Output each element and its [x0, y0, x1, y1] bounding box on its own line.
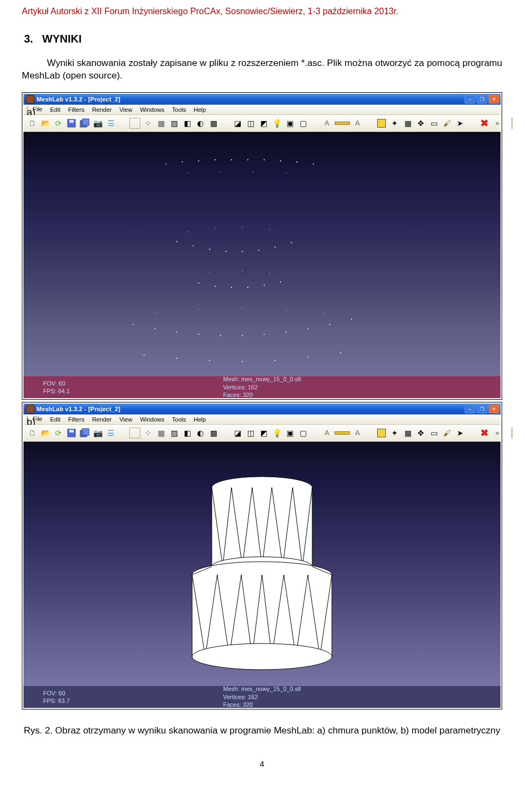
app-icon [26, 405, 34, 413]
arc3d-icon[interactable]: ✦ [389, 118, 400, 129]
menu-tools[interactable]: Tools [172, 106, 186, 113]
menu-render[interactable]: Render [92, 416, 112, 423]
backface-icon[interactable]: ◪ [232, 118, 243, 129]
align-icon[interactable] [376, 118, 387, 129]
backface-icon[interactable]: ◪ [232, 428, 243, 438]
status-fov: FOV: 60 [43, 689, 70, 697]
grid-icon[interactable]: ▦ [402, 428, 413, 438]
page-header: Artykuł Autorski z XII Forum Inżynierski… [22, 7, 502, 16]
search-tool-icon[interactable] [511, 117, 513, 129]
select-face-icon[interactable]: ▣ [284, 118, 295, 129]
minimize-button[interactable]: – [465, 95, 475, 104]
save-icon[interactable] [66, 118, 77, 129]
page-number: 4 [22, 759, 502, 768]
pick-icon[interactable]: ➤ [455, 428, 466, 438]
layers-icon[interactable]: ☰ [105, 428, 116, 438]
select-face-icon[interactable]: ▣ [284, 428, 295, 438]
reload-icon[interactable]: ⟳ [53, 118, 64, 129]
wireframe-icon[interactable]: ▦ [156, 118, 166, 129]
minimize-button[interactable]: – [465, 405, 475, 413]
hiddenlines-icon[interactable]: ▨ [169, 118, 180, 129]
light-icon[interactable]: 💡 [271, 118, 282, 129]
new-project-icon[interactable]: 🗋 [27, 118, 38, 129]
layers-icon[interactable]: ☰ [105, 118, 116, 129]
flat-icon[interactable]: ◧ [182, 118, 193, 129]
new-project-icon[interactable]: 🗋 [27, 428, 38, 438]
fancy-icon[interactable]: ◩ [258, 428, 269, 438]
manip-icon[interactable]: ✥ [415, 118, 426, 129]
close-button[interactable]: ✕ [489, 405, 499, 413]
open-icon[interactable]: 📂 [40, 428, 51, 438]
smooth-icon[interactable]: ◐ [195, 428, 206, 438]
manip-icon[interactable]: ✥ [415, 428, 426, 438]
grid-icon[interactable]: ▦ [402, 118, 413, 129]
svg-rect-3 [82, 119, 89, 125]
save-copy-icon[interactable] [79, 428, 90, 438]
menu-filters[interactable]: Filters [68, 106, 85, 113]
align-icon[interactable] [376, 428, 387, 438]
ref-icon[interactable]: ▭ [428, 118, 439, 129]
more-icon[interactable]: » [492, 428, 503, 438]
status-mesh: Mesh: mes_nowy_15_0_0.stl [223, 375, 301, 383]
measure-icon[interactable] [335, 122, 350, 125]
status-verts: Vertices: 162 [223, 693, 301, 701]
select-vert-icon[interactable]: ▢ [297, 428, 308, 438]
menu-windows[interactable]: Windows [140, 416, 164, 423]
menu-edit[interactable]: Edit [50, 106, 61, 113]
hiddenlines-icon[interactable]: ▨ [169, 428, 180, 438]
more-icon[interactable]: » [492, 118, 503, 129]
texture-icon[interactable]: ▩ [208, 428, 219, 438]
snapshot-icon[interactable]: 📷 [92, 428, 103, 438]
ref-icon[interactable]: ▭ [428, 428, 439, 438]
delete-icon[interactable]: ✖ [479, 428, 490, 438]
points-render-icon[interactable]: ⁘ [142, 428, 153, 438]
pick-icon[interactable]: ➤ [455, 118, 466, 129]
status-faces: Faces: 320 [223, 391, 301, 399]
menu-help[interactable]: Help [194, 106, 206, 113]
paint-icon[interactable]: 🖌 [442, 428, 452, 438]
smooth-icon[interactable]: ◐ [195, 118, 206, 129]
text-b-icon[interactable]: A [352, 118, 363, 129]
viewport-a[interactable] [23, 132, 501, 376]
menu-edit[interactable]: Edit [50, 416, 61, 423]
wireframe-icon[interactable]: ▦ [156, 428, 166, 438]
bbox-icon[interactable] [129, 428, 140, 438]
meshlab-window-b: MeshLab v1.3.2 - [Project_2] – ❐ ✕ File … [23, 404, 501, 708]
maximize-button[interactable]: ❐ [477, 405, 487, 413]
viewport-b[interactable] [23, 442, 501, 686]
fancy-icon[interactable]: ◩ [258, 118, 269, 129]
bbox-icon[interactable] [129, 118, 140, 129]
paint-icon[interactable]: 🖌 [442, 118, 452, 129]
text-a-icon[interactable]: A [321, 428, 332, 438]
menu-view[interactable]: View [120, 106, 133, 113]
double-icon[interactable]: ◫ [245, 428, 256, 438]
reload-icon[interactable]: ⟳ [53, 428, 64, 438]
texture-icon[interactable]: ▩ [208, 118, 219, 129]
search-tool-icon[interactable] [511, 427, 513, 439]
select-vert-icon[interactable]: ▢ [297, 118, 308, 129]
menu-render[interactable]: Render [92, 106, 112, 113]
text-a-icon[interactable]: A [321, 118, 332, 129]
double-icon[interactable]: ◫ [245, 118, 256, 129]
arc3d-icon[interactable]: ✦ [389, 428, 400, 438]
menu-tools[interactable]: Tools [172, 416, 186, 423]
measure-icon[interactable] [335, 431, 350, 435]
menu-view[interactable]: View [120, 416, 133, 423]
open-icon[interactable]: 📂 [40, 118, 51, 129]
points-render-icon[interactable]: ⁘ [142, 118, 153, 129]
delete-icon[interactable]: ✖ [479, 118, 490, 129]
save-copy-icon[interactable] [79, 118, 90, 129]
close-button[interactable]: ✕ [489, 95, 499, 104]
toolbar: 🗋 📂 ⟳ 📷 ☰ ⁘ ▦ ▨ ◧ ◐ ▩ ◪ ◫ [23, 425, 501, 442]
menu-filters[interactable]: Filters [68, 416, 85, 423]
snapshot-icon[interactable]: 📷 [92, 118, 103, 129]
menu-help[interactable]: Help [194, 416, 206, 423]
svg-rect-7 [82, 429, 89, 435]
menu-windows[interactable]: Windows [140, 106, 164, 113]
save-icon[interactable] [66, 428, 77, 438]
light-icon[interactable]: 💡 [271, 428, 282, 438]
status-fps: FPS: 64.1 [43, 387, 70, 395]
maximize-button[interactable]: ❐ [477, 95, 487, 104]
text-b-icon[interactable]: A [352, 428, 363, 438]
flat-icon[interactable]: ◧ [182, 428, 193, 438]
